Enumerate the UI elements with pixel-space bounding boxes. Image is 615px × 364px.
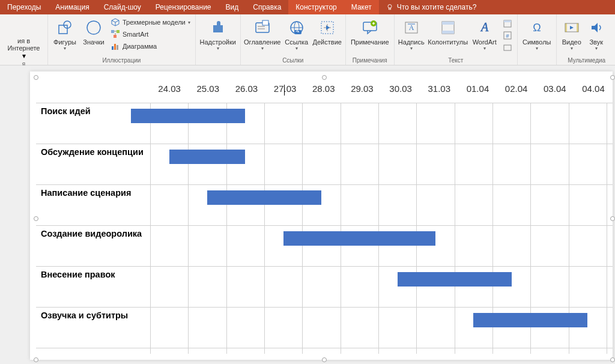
resize-handle[interactable] xyxy=(322,357,327,362)
tab-view[interactable]: Вид xyxy=(219,0,246,14)
omega-icon: Ω xyxy=(527,18,547,37)
date-label: 28.03 xyxy=(304,83,343,100)
gantt-bar[interactable] xyxy=(473,313,587,327)
audio-button[interactable]: Звук▾ xyxy=(586,16,607,51)
resize-handle[interactable] xyxy=(610,357,615,362)
resize-handle[interactable] xyxy=(34,357,38,362)
video-button[interactable]: Видео▾ xyxy=(559,16,584,51)
text-extra1-button[interactable] xyxy=(500,18,515,29)
group-links-label: Ссылки xyxy=(243,56,343,65)
headerfooter-button[interactable]: Колонтитулы xyxy=(427,16,469,46)
gridline xyxy=(455,103,455,354)
link-icon xyxy=(287,18,306,37)
date-label: 02.04 xyxy=(497,83,536,100)
svg-rect-37 xyxy=(577,23,578,32)
link-button[interactable]: Ссылка▾ xyxy=(283,16,311,51)
audio-icon xyxy=(587,18,606,37)
date-label: 24.03 xyxy=(150,83,189,100)
gridline xyxy=(188,103,189,354)
gantt-chart[interactable]: 24.0325.0326.0327.0328.0329.0330.0331.03… xyxy=(36,77,613,354)
text-extra3-button[interactable] xyxy=(500,42,515,53)
date-icon xyxy=(503,19,512,28)
smartart-button[interactable]: SmartArt xyxy=(108,29,193,40)
group-links: Оглавление▾ Ссылка▾ Действие Ссылки xyxy=(241,14,346,65)
svg-text:Ω: Ω xyxy=(533,22,541,34)
tab-animation[interactable]: Анимация xyxy=(48,0,96,14)
tab-review[interactable]: Рецензирование xyxy=(148,0,219,14)
gantt-bar[interactable] xyxy=(207,190,321,205)
task-label: Обсуждение концепции xyxy=(41,147,144,157)
gantt-bar[interactable] xyxy=(283,231,435,246)
svg-rect-5 xyxy=(117,30,120,33)
group-text: A Надпись▾ Колонтитулы A WordArt▾ # Текс… xyxy=(395,14,518,65)
group-media: Видео▾ Звук▾ Мультимедиа xyxy=(557,14,615,65)
text-cursor xyxy=(284,85,285,96)
group-text-label: Текст xyxy=(397,56,515,65)
svg-rect-1 xyxy=(389,8,390,10)
slide[interactable]: 24.0325.0326.0327.0328.0329.0330.0331.03… xyxy=(30,71,613,360)
svg-rect-7 xyxy=(112,46,114,50)
text-extra2-button[interactable]: # xyxy=(500,30,515,41)
tell-me-search[interactable]: Что вы хотите сделать? xyxy=(379,3,484,11)
wordart-button[interactable]: A WordArt▾ xyxy=(470,16,499,51)
task-label: Поиск идей xyxy=(41,106,91,117)
tab-layout[interactable]: Макет xyxy=(344,0,379,14)
group-symbols: Ω Символы▾ xyxy=(518,14,557,65)
object-icon xyxy=(503,43,512,52)
addins-icon xyxy=(208,18,228,37)
gridline xyxy=(378,103,379,354)
group-comments-label: Примечания xyxy=(348,56,392,65)
online-media-label[interactable]: ия в Интернете xyxy=(2,37,45,52)
svg-text:A: A xyxy=(408,23,414,32)
ribbon: ия в Интернете ▾ я Фигуры▾ Значки Трехме… xyxy=(0,14,615,65)
gantt-date-axis: 24.0325.0326.0327.0328.0329.0330.0331.03… xyxy=(150,83,613,100)
svg-rect-2 xyxy=(59,25,67,34)
svg-marker-19 xyxy=(326,25,330,30)
shapes-button[interactable]: Фигуры▾ xyxy=(50,16,79,51)
symbols-button[interactable]: Ω Символы▾ xyxy=(520,16,554,51)
action-button[interactable]: Действие xyxy=(312,16,343,46)
video-icon xyxy=(562,18,581,37)
models3d-button[interactable]: Трехмерные модели ▾ xyxy=(108,17,193,28)
addins-button[interactable]: Надстройки▾ xyxy=(198,16,238,51)
gantt-bar[interactable] xyxy=(169,150,246,164)
svg-rect-11 xyxy=(262,20,268,25)
group-fragment-left: ия в Интернете ▾ я xyxy=(0,14,48,65)
toc-button[interactable]: Оглавление▾ xyxy=(243,16,282,51)
gantt-plot-area xyxy=(150,103,613,354)
svg-rect-26 xyxy=(442,22,454,25)
icons-button[interactable]: Значки xyxy=(80,16,107,46)
date-label: 25.03 xyxy=(189,83,227,100)
date-label: 26.03 xyxy=(227,83,265,100)
tab-transitions[interactable]: Переходы xyxy=(0,0,48,14)
shapes-icon xyxy=(55,18,74,37)
action-icon xyxy=(318,18,337,37)
slidenum-icon: # xyxy=(503,31,512,40)
gantt-bar[interactable] xyxy=(398,272,512,287)
smartart-icon xyxy=(111,29,120,39)
tab-slideshow[interactable]: Слайд-шоу xyxy=(97,0,148,14)
comment-button[interactable]: Примечание xyxy=(348,16,392,46)
group-illustrations-label: Иллюстрации xyxy=(50,56,193,65)
task-label: Создание видеоролика xyxy=(41,229,142,239)
tab-help[interactable]: Справка xyxy=(246,0,288,14)
svg-point-0 xyxy=(388,5,392,8)
date-label: 30.03 xyxy=(381,83,420,100)
gridline xyxy=(416,103,417,354)
date-label: 01.04 xyxy=(458,83,497,100)
slide-workspace: 24.0325.0326.0327.0328.0329.0330.0331.03… xyxy=(0,65,615,364)
svg-rect-4 xyxy=(111,30,114,33)
gantt-task-labels: Поиск идейОбсуждение концепцииНаписание … xyxy=(36,103,150,354)
lightbulb-icon xyxy=(386,4,393,11)
textbox-button[interactable]: A Надпись▾ xyxy=(397,16,426,51)
toc-icon xyxy=(253,18,272,37)
chart-button[interactable]: Диаграмма xyxy=(108,41,193,52)
gridline xyxy=(226,103,227,354)
tab-design[interactable]: Конструктор xyxy=(288,0,344,14)
tell-me-label: Что вы хотите сделать? xyxy=(397,3,477,11)
date-label: 27.03 xyxy=(266,83,304,100)
date-label: 31.03 xyxy=(420,83,458,100)
date-label: 04.04 xyxy=(574,83,613,100)
svg-rect-9 xyxy=(117,45,118,50)
svg-rect-8 xyxy=(114,44,116,50)
